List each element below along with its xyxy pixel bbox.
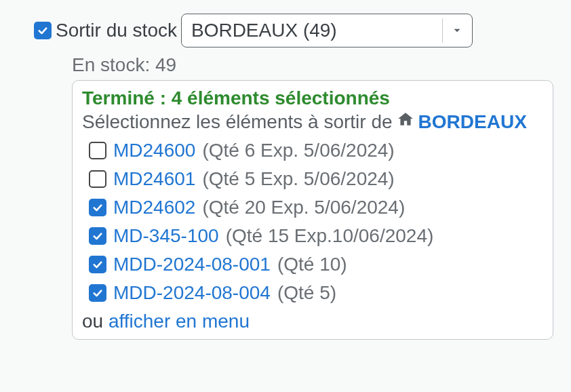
item-code[interactable]: MD-345-100 xyxy=(113,225,219,247)
item-code[interactable]: MD24602 xyxy=(113,197,195,218)
chevron-down-icon xyxy=(451,24,463,37)
instruction-line: Sélectionnez les éléments à sortir de BO… xyxy=(82,111,543,133)
selection-panel: Terminé : 4 éléments sélectionnés Sélect… xyxy=(72,80,553,340)
item-detail: (Qté 5 Exp. 5/06/2024) xyxy=(202,168,394,190)
stock-out-row: Sortir du stock BORDEAUX (49) xyxy=(34,14,557,47)
selection-status: Terminé : 4 éléments sélectionnés xyxy=(82,87,543,109)
item-row: MDD-2024-08-001(Qté 10) xyxy=(89,254,543,275)
item-code[interactable]: MD24601 xyxy=(113,168,195,190)
item-detail: (Qté 15 Exp.10/06/2024) xyxy=(226,225,434,247)
item-code[interactable]: MDD-2024-08-004 xyxy=(113,282,271,304)
item-detail: (Qté 6 Exp. 5/06/2024) xyxy=(202,140,394,161)
stock-count-label: En stock: 49 xyxy=(72,54,557,76)
stock-out-label: Sortir du stock xyxy=(56,20,177,41)
stock-out-checkbox[interactable] xyxy=(34,22,52,39)
check-icon xyxy=(37,24,49,37)
item-checkbox[interactable] xyxy=(89,284,106,302)
check-icon xyxy=(92,287,104,299)
show-menu-link[interactable]: afficher en menu xyxy=(109,311,250,332)
item-checkbox[interactable] xyxy=(89,256,106,273)
instruction-text: Sélectionnez les éléments à sortir de xyxy=(82,111,393,133)
item-detail: (Qté 5) xyxy=(277,282,336,304)
location-name: BORDEAUX xyxy=(418,111,527,133)
check-icon xyxy=(92,201,104,214)
item-checkbox[interactable] xyxy=(89,142,106,159)
item-row: MD24600(Qté 6 Exp. 5/06/2024) xyxy=(89,140,543,161)
footer-line: ou afficher en menu xyxy=(82,311,543,332)
items-list: MD24600(Qté 6 Exp. 5/06/2024)MD24601(Qté… xyxy=(82,140,543,304)
footer-prefix: ou xyxy=(82,311,109,332)
house-icon xyxy=(397,111,414,133)
check-icon xyxy=(92,258,104,271)
item-checkbox[interactable] xyxy=(89,227,106,245)
item-code[interactable]: MDD-2024-08-001 xyxy=(113,254,271,275)
item-detail: (Qté 10) xyxy=(277,254,347,275)
item-row: MD24601(Qté 5 Exp. 5/06/2024) xyxy=(89,168,543,190)
item-row: MD-345-100(Qté 15 Exp.10/06/2024) xyxy=(89,225,543,247)
item-code[interactable]: MD24600 xyxy=(113,140,195,161)
item-detail: (Qté 20 Exp. 5/06/2024) xyxy=(202,197,405,218)
dropdown-selected-value: BORDEAUX (49) xyxy=(191,20,442,41)
stock-location-dropdown[interactable]: BORDEAUX (49) xyxy=(181,14,473,47)
item-checkbox[interactable] xyxy=(89,199,106,216)
dropdown-caret xyxy=(442,18,472,43)
check-icon xyxy=(92,230,104,242)
item-checkbox[interactable] xyxy=(89,170,106,188)
item-row: MD24602(Qté 20 Exp. 5/06/2024) xyxy=(89,197,543,218)
item-row: MDD-2024-08-004(Qté 5) xyxy=(89,282,543,304)
